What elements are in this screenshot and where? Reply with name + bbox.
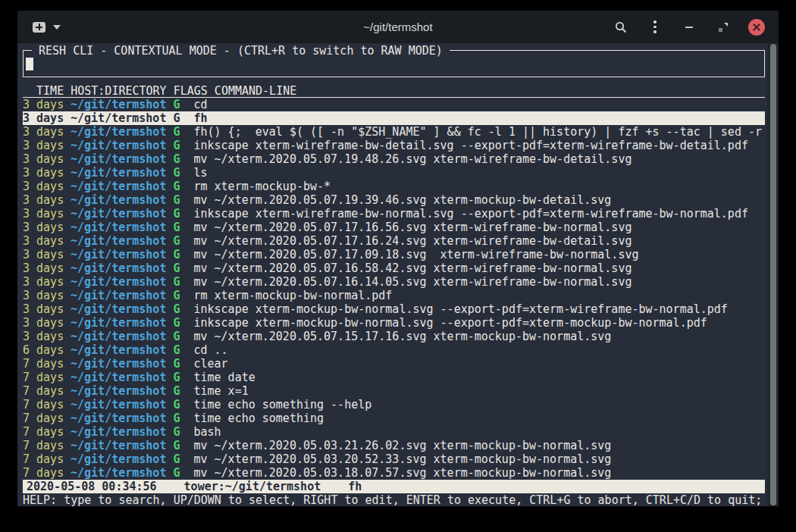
row-command: mv ~/xterm.2020.05.03.21.26.02.svg xterm… [193, 439, 611, 452]
row-command: mv ~/xterm.2020.05.07.19.39.46.svg xterm… [193, 193, 611, 207]
row-time: 7 days [23, 466, 71, 480]
row-time: 7 days [23, 425, 71, 439]
history-row[interactable]: 7 days~/git/termshotGmv ~/xterm.2020.05.… [23, 439, 765, 452]
row-time: 3 days [23, 180, 71, 193]
restore-icon [719, 23, 728, 32]
history-row[interactable]: 6 days~/git/termshotGcd .. [23, 343, 765, 357]
close-button[interactable] [748, 19, 765, 36]
history-row[interactable]: 3 days~/git/termshotGmv ~/xterm.2020.05.… [23, 234, 765, 248]
row-flags: G [173, 452, 180, 466]
row-time: 3 days [23, 98, 71, 111]
restore-button[interactable] [714, 18, 732, 36]
row-time: 7 days [23, 371, 71, 384]
resh-search-box[interactable]: RESH CLI - CONTEXTUAL MODE - (CTRL+R to … [23, 50, 765, 77]
row-time: 7 days [23, 452, 71, 466]
row-command: mv ~/xterm.2020.05.07.19.48.26.svg xterm… [193, 152, 631, 166]
history-row[interactable]: 3 days~/git/termshotGinkscape xterm-mock… [23, 302, 765, 316]
help-line: HELP: type to search, UP/DOWN to select,… [23, 493, 765, 506]
row-flags: G [173, 371, 180, 384]
history-row[interactable]: 3 days~/git/termshotGmv ~/xterm.2020.05.… [23, 330, 765, 343]
row-directory: ~/git/termshot [71, 180, 166, 193]
row-directory: ~/git/termshot [71, 152, 166, 166]
history-row[interactable]: 3 days~/git/termshotGls [23, 166, 765, 180]
row-time: 7 days [23, 398, 71, 412]
history-row[interactable]: 3 days~/git/termshotGmv ~/xterm.2020.05.… [23, 193, 765, 207]
status-host-path: tower:~/git/termshot [184, 480, 321, 493]
history-row[interactable]: 7 days~/git/termshotGmv ~/xterm.2020.05.… [23, 452, 765, 466]
terminal-screen[interactable]: RESH CLI - CONTEXTUAL MODE - (CTRL+R to … [17, 43, 779, 506]
new-tab-button[interactable] [33, 22, 61, 33]
chevron-down-icon[interactable] [53, 25, 61, 30]
row-directory: ~/git/termshot [71, 289, 166, 302]
scrollbar-thumb[interactable] [770, 44, 776, 505]
history-row[interactable]: 3 days~/git/termshotGcd [23, 98, 765, 111]
history-row[interactable]: 7 days~/git/termshotGtime echo something [23, 412, 765, 425]
row-directory: ~/git/termshot [71, 357, 166, 371]
titlebar[interactable]: ~/git/termshot [17, 11, 779, 43]
row-command: cd [193, 98, 207, 111]
row-directory: ~/git/termshot [71, 343, 166, 357]
row-command: clear [193, 357, 227, 371]
row-flags: G [173, 234, 180, 248]
history-row[interactable]: 3 days~/git/termshotGfh() {; eval $( ([ … [23, 125, 765, 139]
row-time: 3 days [23, 275, 71, 289]
row-directory: ~/git/termshot [71, 316, 166, 330]
row-command: mv ~/xterm.2020.05.07.17.16.56.svg xterm… [193, 221, 631, 234]
status-timestamp: 2020-05-08 00:34:56 [27, 480, 157, 493]
row-flags: G [173, 248, 180, 261]
row-time: 3 days [23, 316, 71, 330]
history-row[interactable]: 7 days~/git/termshotGclear [23, 357, 765, 371]
history-row[interactable]: 7 days~/git/termshotGbash [23, 425, 765, 439]
history-row[interactable]: 3 days~/git/termshotGfh [23, 111, 765, 125]
row-directory: ~/git/termshot [71, 330, 166, 343]
row-time: 3 days [23, 261, 71, 275]
terminal-window: ~/git/termshot [17, 11, 779, 506]
history-table-header: TIME HOST:DIRECTORY FLAGS COMMAND-LINE [23, 84, 765, 98]
menu-button[interactable] [646, 18, 664, 36]
history-row[interactable]: 3 days~/git/termshotGrm xterm-mockup-bw-… [23, 289, 765, 302]
row-time: 3 days [23, 248, 71, 261]
history-row[interactable]: 3 days~/git/termshotGinkscape xterm-wire… [23, 207, 765, 221]
resh-panel-title: RESH CLI - CONTEXTUAL MODE - (CTRL+R to … [32, 44, 450, 58]
row-directory: ~/git/termshot [71, 193, 166, 207]
row-time: 3 days [23, 234, 71, 248]
history-row[interactable]: 7 days~/git/termshotGtime date [23, 371, 765, 384]
row-directory: ~/git/termshot [71, 248, 166, 261]
history-row[interactable]: 3 days~/git/termshotGmv ~/xterm.2020.05.… [23, 221, 765, 234]
row-time: 7 days [23, 412, 71, 425]
row-flags: G [173, 466, 180, 480]
row-time: 3 days [23, 221, 71, 234]
history-row[interactable]: 7 days~/git/termshotGtime x=1 [23, 384, 765, 398]
row-command: bash [193, 425, 221, 439]
history-row[interactable]: 3 days~/git/termshotGinkscape xterm-mock… [23, 316, 765, 330]
history-row[interactable]: 3 days~/git/termshotGinkscape xterm-wire… [23, 139, 765, 152]
row-time: 3 days [23, 302, 71, 316]
row-command: mv ~/xterm.2020.05.07.16.58.42.svg xterm… [193, 261, 631, 275]
row-directory: ~/git/termshot [71, 221, 166, 234]
history-row[interactable]: 3 days~/git/termshotGmv ~/xterm.2020.05.… [23, 275, 765, 289]
history-row[interactable]: 7 days~/git/termshotGmv ~/xterm.2020.05.… [23, 466, 765, 480]
row-directory: ~/git/termshot [71, 425, 166, 439]
history-row[interactable]: 3 days~/git/termshotGmv ~/xterm.2020.05.… [23, 248, 765, 261]
row-time: 7 days [23, 439, 71, 452]
row-flags: G [173, 330, 180, 343]
history-row[interactable]: 3 days~/git/termshotGmv ~/xterm.2020.05.… [23, 261, 765, 275]
row-command: time date [193, 371, 255, 384]
row-time: 3 days [23, 207, 71, 221]
row-command: rm xterm-mockup-bw-* [193, 180, 331, 193]
row-command: rm xterm-mockup-bw-normal.pdf [193, 289, 392, 302]
row-flags: G [173, 425, 180, 439]
search-button[interactable] [612, 18, 630, 36]
row-directory: ~/git/termshot [71, 261, 166, 275]
history-row[interactable]: 7 days~/git/termshotGtime echo something… [23, 398, 765, 412]
minimize-button[interactable] [680, 18, 698, 36]
row-directory: ~/git/termshot [71, 111, 166, 125]
row-directory: ~/git/termshot [71, 412, 166, 425]
history-row[interactable]: 3 days~/git/termshotGrm xterm-mockup-bw-… [23, 180, 765, 193]
scrollbar-track[interactable] [767, 43, 779, 506]
row-command: inkscape xterm-mockup-bw-normal.svg --ex… [193, 316, 707, 330]
row-command: mv ~/xterm.2020.05.03.18.07.57.svg xterm… [193, 466, 611, 480]
row-time: 3 days [23, 330, 71, 343]
history-row[interactable]: 3 days~/git/termshotGmv ~/xterm.2020.05.… [23, 152, 765, 166]
row-flags: G [173, 139, 180, 152]
